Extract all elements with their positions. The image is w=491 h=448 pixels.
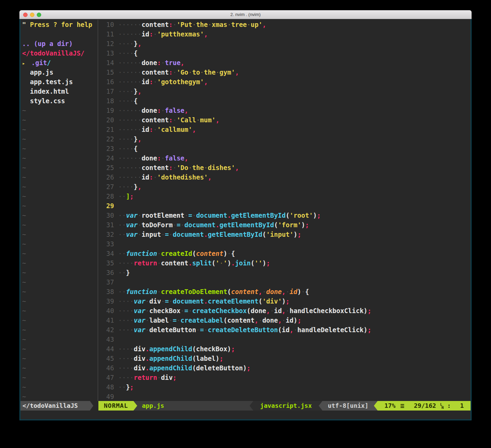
code-line[interactable]: 46····div.appendChild(deleteButton); — [98, 363, 471, 373]
code-line[interactable]: 31··var·toDoForm·=·document.getElementBy… — [98, 220, 471, 230]
token-call: appendChild — [149, 345, 192, 353]
code-line[interactable]: 42····var·deleteButton·=·createDeleteBut… — [98, 325, 471, 335]
code-line[interactable]: 49 — [98, 392, 471, 401]
token-kw: var — [126, 212, 138, 219]
tree-item-file-index.html[interactable]: index.html — [20, 87, 97, 96]
token-br: ( — [192, 250, 196, 257]
code-line[interactable]: 11······id:·'putthexmas', — [98, 29, 471, 39]
whitespace-dots: · — [180, 307, 184, 314]
tilde-marker: ~ — [20, 306, 97, 315]
code-line[interactable]: 12····}, — [98, 39, 471, 48]
code-line[interactable]: 27····}, — [98, 182, 471, 191]
code-line[interactable]: 23····{ — [98, 144, 471, 153]
code-line[interactable]: 45····div.appendChild(label); — [98, 354, 471, 363]
code-line[interactable]: 38··function·createToDoElement(content,·… — [98, 287, 471, 296]
whitespace-dots: ·· — [118, 212, 126, 219]
command-line[interactable] — [20, 411, 471, 419]
encoding-segment: utf-8[unix] — [322, 401, 374, 411]
code-line[interactable]: 18····{ — [98, 96, 471, 106]
token-p: : — [169, 68, 173, 76]
code-line[interactable]: 24······done:·false, — [98, 153, 471, 163]
line-number: 39 — [98, 296, 114, 306]
code-line[interactable]: 26······id:·'dothedishes', — [98, 172, 471, 182]
code-line[interactable]: 21······id:·'callmum', — [98, 125, 471, 134]
token-id: id — [282, 326, 290, 334]
window-titlebar[interactable]: 2. nvim . (nvim) — [19, 10, 472, 19]
line-content: ······done:·true, — [118, 58, 185, 67]
code-line[interactable]: 30··var·rootElement·=·document.getElemen… — [98, 211, 471, 220]
code-line[interactable]: 22····}, — [98, 134, 471, 144]
token-br: ( — [278, 326, 282, 334]
token-p: : — [157, 107, 161, 114]
whitespace-dots: · — [262, 288, 266, 295]
code-line[interactable]: 19······done:·false, — [98, 106, 471, 115]
token-op: = — [200, 326, 204, 334]
code-line[interactable]: 47····return·div; — [98, 373, 471, 382]
token-p: : — [149, 30, 153, 38]
whitespace-dots: ······ — [118, 154, 142, 162]
whitespace-dots: · — [173, 21, 176, 28]
line-content: ····div.appendChild(checkBox); — [118, 344, 235, 354]
code-line[interactable]: 39····var·div·=·document.createElement('… — [98, 296, 471, 306]
tilde-marker: ~ — [20, 201, 97, 211]
code-line[interactable]: 40····var·checkBox·=·createCheckbox(done… — [98, 306, 471, 315]
token-id: content — [161, 259, 188, 267]
code-line[interactable]: 10······content:·'Put·the·xmas·tree·up', — [98, 20, 471, 29]
nerdtree-dir-label: </todoVanillaJS — [20, 401, 90, 411]
code-line[interactable]: 43 — [98, 335, 471, 344]
whitespace-dots: · — [173, 221, 176, 229]
tree-root[interactable]: </todoVanillaJS/ — [20, 48, 97, 58]
token-call: createCheckbox — [192, 307, 247, 314]
tree-item-file-app.js[interactable]: app.js — [20, 67, 97, 77]
tree-item-file-style.css[interactable]: style.css — [20, 96, 97, 106]
code-line[interactable]: 14······done:·true, — [98, 58, 471, 67]
tilde-marker: ~ — [20, 258, 97, 268]
code-line[interactable]: 28··]; — [98, 191, 471, 201]
tree-item-up-dir[interactable]: .. (up a dir) — [20, 39, 97, 48]
code-line[interactable]: 17····}, — [98, 87, 471, 96]
line-number: 41 — [98, 315, 114, 325]
token-p: , — [258, 288, 262, 295]
code-buffer[interactable]: 10······content:·'Put·the·xmas·tree·up',… — [98, 20, 471, 401]
code-line[interactable]: 32··var·input·=·document.getElementById(… — [98, 230, 471, 239]
code-line[interactable]: 44····div.appendChild(checkBox); — [98, 344, 471, 354]
tree-item-dir-.git[interactable]: ▸ .git/ — [20, 58, 97, 67]
token-br: ( — [192, 345, 196, 353]
token-p: . — [227, 212, 231, 219]
code-line[interactable]: 37 — [98, 277, 471, 287]
line-number: 26 — [98, 172, 114, 182]
line-number: 27 — [98, 182, 114, 191]
whitespace-dots: · — [282, 316, 286, 324]
code-line[interactable]: 48··}; — [98, 382, 471, 392]
whitespace-dots: · — [258, 316, 262, 324]
tree-item-file-app.test.js[interactable]: app.test.js — [20, 77, 97, 87]
token-br: ) — [243, 364, 247, 372]
window-split-separator[interactable] — [97, 20, 98, 401]
code-line[interactable]: 35····return·content.split('·').join('')… — [98, 258, 471, 268]
code-line[interactable]: 13····{ — [98, 48, 471, 58]
token-p: , — [282, 288, 286, 295]
code-line[interactable]: 20······content:·'Call·mum', — [98, 115, 471, 125]
whitespace-dots: · — [169, 297, 173, 305]
token-p: , — [235, 164, 239, 171]
whitespace-dots: · — [173, 164, 176, 171]
tilde-marker: ~ — [20, 363, 97, 373]
whitespace-dots: · — [157, 250, 161, 257]
token-p: ; — [173, 374, 176, 381]
token-p: ; — [220, 355, 223, 362]
code-line[interactable]: 41····var·label·=·createLabel(content,·d… — [98, 315, 471, 325]
code-line[interactable]: 29 — [98, 201, 471, 211]
code-line[interactable]: 25······content:·'Do·the·dishes', — [98, 163, 471, 172]
collapsed-arrow-icon[interactable]: ▸ — [22, 60, 31, 66]
code-line[interactable]: 33 — [98, 239, 471, 249]
whitespace-dots: ······ — [118, 68, 142, 76]
tilde-marker: ~ — [20, 249, 97, 258]
code-line[interactable]: 34··function·createId(content)·{ — [98, 249, 471, 258]
whitespace-dots: ···· — [118, 40, 134, 47]
line-content: ····div.appendChild(deleteButton); — [118, 363, 251, 373]
whitespace-dot: · — [200, 68, 204, 76]
code-line[interactable]: 36··} — [98, 268, 471, 277]
code-line[interactable]: 15······content:·'Go·to·the·gym', — [98, 67, 471, 77]
code-line[interactable]: 16······id:·'gotothegym', — [98, 77, 471, 87]
token-fn: createToDoElement — [161, 288, 227, 295]
